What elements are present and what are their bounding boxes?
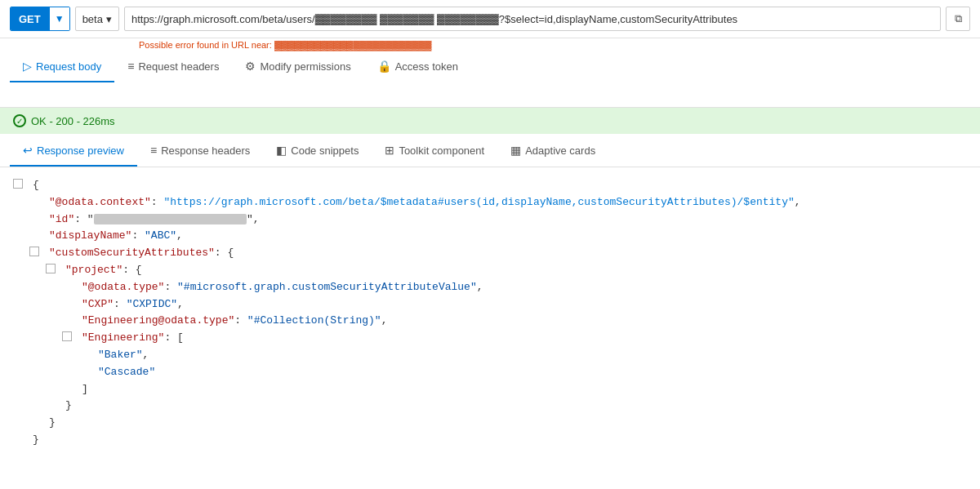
json-line: "Cascade" — [13, 364, 967, 381]
tab-access-token[interactable]: 🔒 Access token — [364, 50, 471, 82]
json-line: "id": " ", — [13, 211, 967, 229]
adaptive-cards-icon: ▦ — [510, 144, 521, 157]
request-section: ▷ Request body ≡ Request headers ⚙ Modif… — [0, 50, 980, 108]
json-line: { — [13, 177, 967, 194]
method-label: GET — [11, 7, 49, 30]
code-snippets-icon: ◧ — [276, 144, 287, 157]
status-icon: ✓ — [13, 114, 26, 127]
response-headers-label: Response headers — [161, 144, 250, 157]
response-preview-label: Response preview — [37, 144, 124, 157]
json-line: "@odata.context": "https://graph.microso… — [13, 194, 967, 211]
status-bar: ✓ OK - 200 - 226ms — [0, 108, 980, 134]
method-group: GET ▼ — [10, 7, 70, 31]
modify-permissions-label: Modify permissions — [260, 60, 350, 73]
method-dropdown[interactable]: ▼ — [49, 7, 69, 30]
toolkit-label: Toolkit component — [399, 144, 484, 157]
line-checkbox[interactable] — [13, 179, 23, 189]
json-line: "CXP": "CXPIDC", — [13, 296, 967, 313]
redacted-id — [94, 214, 247, 224]
version-selector[interactable]: beta ▾ — [75, 7, 119, 31]
access-token-label: Access token — [395, 60, 458, 73]
tab-request-body[interactable]: ▷ Request body — [10, 50, 114, 82]
url-copy-button[interactable]: ⧉ — [946, 7, 970, 31]
json-line: "Engineering": [ — [13, 330, 967, 347]
line-checkbox[interactable] — [46, 264, 56, 273]
status-text: OK - 200 - 226ms — [31, 115, 115, 127]
tab-response-preview[interactable]: ↩ Response preview — [10, 134, 137, 167]
version-arrow: ▾ — [106, 13, 112, 25]
json-line: "project": { — [13, 262, 967, 279]
response-preview-icon: ↩ — [23, 144, 33, 157]
response-section: ↩ Response preview ≡ Response headers ◧ … — [0, 134, 980, 459]
version-label: beta — [82, 13, 103, 25]
modify-permissions-icon: ⚙ — [245, 60, 256, 73]
tab-toolkit-component[interactable]: ⊞ Toolkit component — [372, 134, 497, 167]
line-checkbox[interactable] — [62, 331, 72, 341]
response-tabs-row: ↩ Response preview ≡ Response headers ◧ … — [0, 134, 980, 167]
json-response-area: { "@odata.context": "https://graph.micro… — [0, 167, 980, 459]
line-checkbox[interactable] — [29, 247, 39, 256]
tab-adaptive-cards[interactable]: ▦ Adaptive cards — [497, 134, 608, 167]
request-body-area — [0, 82, 980, 107]
toolkit-icon: ⊞ — [385, 144, 394, 157]
url-bar: GET ▼ beta ▾ ⧉ — [0, 0, 980, 38]
copy-icon: ⧉ — [955, 12, 962, 25]
method-arrow: ▼ — [55, 13, 65, 24]
tab-request-headers[interactable]: ≡ Request headers — [114, 50, 232, 82]
code-snippets-label: Code snippets — [291, 144, 359, 157]
tab-response-headers[interactable]: ≡ Response headers — [137, 134, 263, 167]
request-tabs-row: ▷ Request body ≡ Request headers ⚙ Modif… — [0, 50, 980, 82]
json-line: } — [13, 398, 967, 415]
json-line: } — [13, 432, 967, 449]
json-line: ] — [13, 381, 967, 398]
tab-code-snippets[interactable]: ◧ Code snippets — [263, 134, 372, 167]
request-body-icon: ▷ — [23, 60, 32, 73]
request-headers-icon: ≡ — [127, 60, 134, 73]
json-line: } — [13, 415, 967, 432]
request-headers-label: Request headers — [138, 60, 219, 73]
json-line: "Engineering@odata.type": "#Collection(S… — [13, 313, 967, 330]
json-line: "Baker", — [13, 347, 967, 364]
json-line: "@odata.type": "#microsoft.graph.customS… — [13, 279, 967, 296]
json-line: "customSecurityAttributes": { — [13, 245, 967, 262]
access-token-icon: 🔒 — [377, 60, 391, 73]
request-body-label: Request body — [36, 60, 101, 73]
url-input[interactable] — [124, 7, 941, 31]
tab-modify-permissions[interactable]: ⚙ Modify permissions — [232, 50, 363, 82]
url-error-hint: Possible error found in URL near: ▓▓▓▓▓▓… — [0, 38, 980, 50]
response-headers-icon: ≡ — [150, 144, 157, 157]
json-line: "displayName": "ABC", — [13, 228, 967, 245]
adaptive-cards-label: Adaptive cards — [525, 144, 595, 157]
